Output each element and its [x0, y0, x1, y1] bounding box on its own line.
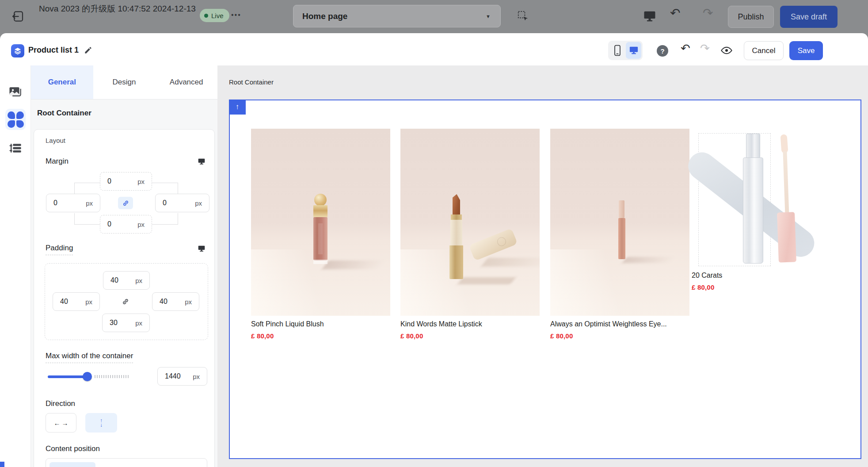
padding-bottom-input[interactable]: 30 px: [102, 314, 150, 332]
gloss-cap-graphic: [746, 134, 760, 158]
product-name[interactable]: Soft Pinch Liquid Blush: [251, 320, 324, 328]
padding-right-input[interactable]: 40 px: [152, 292, 199, 311]
arrow-down-icon: ↓: [100, 423, 103, 427]
product-shadow: [622, 257, 676, 263]
lipstick-tube-graphic: [450, 220, 462, 245]
content-position-control[interactable]: [46, 458, 207, 467]
gloss-applicator-stick-graphic: [783, 151, 789, 215]
product-shadow: [481, 258, 540, 267]
blocks-apps-icon-selected[interactable]: [5, 109, 26, 130]
margin-left-value: 0: [53, 199, 57, 207]
publish-button[interactable]: Publish: [728, 6, 774, 28]
product-name[interactable]: 20 Carats: [692, 272, 722, 279]
live-status-label: Live: [211, 12, 224, 19]
panel-heading: Root Container: [37, 109, 91, 118]
edit-title-pencil-icon[interactable]: [84, 46, 92, 56]
product-image[interactable]: [251, 129, 390, 316]
padding-right-value: 40: [160, 298, 168, 306]
direction-horizontal-button[interactable]: ← →: [46, 413, 76, 433]
eye-product-cap-graphic: [619, 200, 624, 218]
save-button[interactable]: Save: [789, 41, 823, 60]
tools-sidebar: [0, 65, 31, 467]
margin-left-input[interactable]: 0 px: [46, 194, 100, 212]
lipstick-base-graphic: [449, 245, 463, 279]
undo-icon[interactable]: ↶: [670, 6, 680, 20]
editor-header: [0, 33, 868, 65]
padding-link-toggle[interactable]: [122, 298, 129, 307]
blush-base-graphic: [313, 260, 327, 264]
max-width-slider-track[interactable]: [48, 375, 88, 378]
product-shadow: [457, 277, 516, 284]
editor-redo-icon-disabled: ↷: [700, 42, 710, 55]
margin-top-unit: px: [137, 178, 145, 185]
layers-list-icon[interactable]: [9, 142, 22, 156]
theme-title: Nova 2023 的升级版 10:47:52 2024-12-13: [39, 3, 199, 14]
product-price[interactable]: £ 80,00: [400, 332, 423, 340]
max-width-slider-track-remainder[interactable]: [95, 375, 129, 378]
desktop-preview-icon[interactable]: [626, 42, 641, 59]
margin-top-input[interactable]: 0 px: [100, 172, 152, 191]
margin-link-toggle[interactable]: [118, 197, 133, 209]
padding-bottom-value: 30: [110, 319, 118, 327]
product-price[interactable]: £ 80,00: [692, 283, 714, 291]
tab-design[interactable]: Design: [93, 65, 156, 99]
layout-settings-card: Layout Margin 0 px 0 px 0 px: [34, 129, 215, 467]
page-selector-dropdown[interactable]: Home page ▼: [293, 5, 501, 27]
media-image-icon[interactable]: [8, 85, 23, 100]
content-position-selected-segment[interactable]: [49, 462, 95, 467]
direction-vertical-button-selected[interactable]: ↑ ↓: [85, 413, 117, 433]
product-price[interactable]: £ 80,00: [251, 332, 274, 340]
product-name[interactable]: Always an Optimist Weightless Eye...: [550, 320, 667, 328]
save-draft-button[interactable]: Save draft: [780, 6, 838, 28]
margin-right-input[interactable]: 0 px: [155, 194, 209, 212]
layout-section-label: Layout: [46, 137, 65, 144]
exit-editor-icon[interactable]: [11, 10, 25, 23]
padding-bottom-unit: px: [135, 319, 142, 327]
padding-top-input[interactable]: 40 px: [103, 271, 150, 290]
mobile-preview-icon[interactable]: [609, 42, 625, 59]
margin-responsive-monitor-icon[interactable]: [198, 158, 206, 167]
product-image[interactable]: [698, 133, 771, 266]
chevron-down-icon: ▼: [486, 14, 491, 19]
margin-connector: [74, 183, 100, 194]
max-width-slider-thumb[interactable]: [83, 372, 92, 381]
root-container-breadcrumb[interactable]: Root Container: [229, 78, 274, 86]
product-name[interactable]: Kind Words Matte Lipstick: [400, 320, 482, 328]
desktop-view-icon[interactable]: [643, 10, 656, 24]
product-image[interactable]: [400, 129, 540, 316]
redo-icon-disabled: ↷: [703, 6, 713, 20]
page-selector-value: Home page: [302, 11, 347, 21]
margin-bottom-value: 0: [107, 220, 111, 228]
settings-tabs: General Design Advanced: [31, 65, 217, 100]
cancel-button[interactable]: Cancel: [744, 41, 784, 60]
margin-bottom-unit: px: [137, 221, 145, 228]
editor-undo-icon[interactable]: ↶: [681, 42, 690, 55]
margin-connector: [152, 213, 178, 225]
product-price[interactable]: £ 80,00: [550, 332, 573, 340]
block-title: Product list 1: [28, 46, 79, 55]
blush-band-graphic: [313, 205, 327, 217]
blush-cap-graphic: [314, 194, 327, 206]
margin-bottom-input[interactable]: 0 px: [100, 215, 152, 234]
more-options-icon[interactable]: •••: [231, 11, 241, 19]
padding-responsive-monitor-icon[interactable]: [198, 245, 206, 254]
max-width-unit: px: [193, 373, 200, 380]
root-container-selection[interactable]: ↑ Soft Pinch Liquid Blush £ 80,00: [229, 100, 861, 459]
tab-general[interactable]: General: [31, 65, 93, 99]
help-icon[interactable]: ?: [657, 45, 668, 57]
gloss-applicator-tip-graphic: [780, 134, 788, 153]
select-element-icon[interactable]: [517, 10, 529, 24]
tab-advanced[interactable]: Advanced: [155, 65, 217, 99]
max-width-value: 1440: [165, 372, 181, 380]
lipstick-collar-graphic: [451, 214, 462, 220]
canvas-area: Root Container ↑ Soft Pinch Liquid Blush…: [217, 65, 868, 467]
content-position-label: Content position: [46, 444, 100, 453]
editor-main: General Design Advanced Root Container L…: [0, 65, 868, 467]
preview-eye-icon[interactable]: [720, 46, 733, 57]
arrow-left-icon: ←: [54, 419, 61, 427]
margin-top-value: 0: [107, 177, 111, 185]
max-width-input[interactable]: 1440 px: [157, 367, 207, 386]
product-image[interactable]: [550, 129, 689, 316]
select-parent-arrow-icon[interactable]: ↑: [229, 100, 246, 115]
padding-left-input[interactable]: 40 px: [53, 292, 100, 311]
